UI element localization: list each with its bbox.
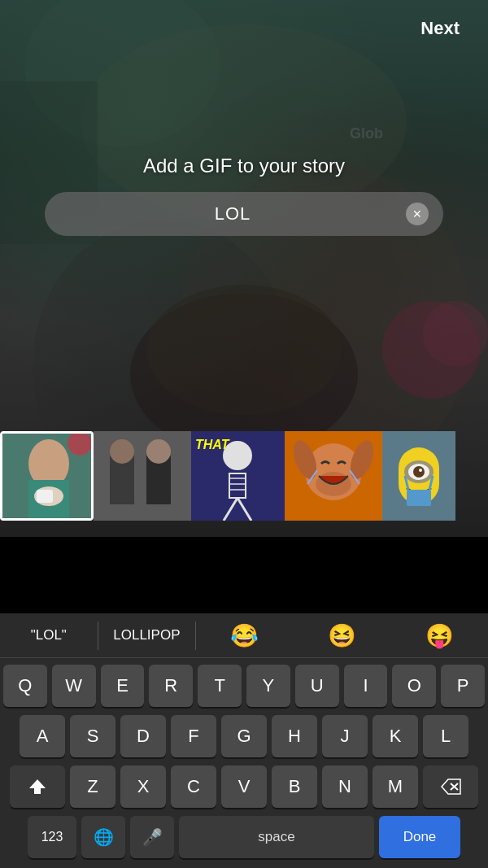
globe-icon: 🌐 <box>94 827 114 847</box>
key-r[interactable]: R <box>149 665 193 707</box>
key-a[interactable]: A <box>20 715 65 757</box>
gif-item-1[interactable] <box>0 431 94 521</box>
keyboard-area: "LOL" LOLLIPOP 😂 😆 😝 Q W E R T Y U I O P… <box>0 613 488 868</box>
key-g[interactable]: G <box>221 715 267 757</box>
svg-text:THAT: THAT <box>195 438 230 451</box>
key-b[interactable]: B <box>272 765 317 808</box>
gif-dialog-title: Add a GIF to your story <box>143 155 345 177</box>
key-z[interactable]: Z <box>70 765 115 808</box>
svg-marker-46 <box>29 779 46 794</box>
key-globe[interactable]: 🌐 <box>81 816 125 858</box>
suggestion-emoji-2[interactable]: 😆 <box>294 613 391 657</box>
key-q[interactable]: Q <box>3 665 47 707</box>
gif-thumb-3: THAT <box>191 431 285 521</box>
gif-item-3[interactable]: THAT <box>191 431 285 521</box>
key-p[interactable]: P <box>441 665 485 707</box>
key-h[interactable]: H <box>272 715 317 757</box>
svg-point-15 <box>68 431 91 456</box>
key-t[interactable]: T <box>198 665 242 707</box>
gif-thumb-4 <box>285 431 382 521</box>
svg-point-20 <box>146 439 171 464</box>
gif-search-bar[interactable]: LOL ✕ <box>45 192 443 236</box>
suggestion-lollipop-label: LOLLIPOP <box>113 627 180 643</box>
key-shift[interactable] <box>10 765 65 808</box>
gif-thumb-2 <box>94 431 191 521</box>
svg-point-18 <box>110 439 134 464</box>
key-done[interactable]: Done <box>379 816 460 858</box>
gif-search-value: LOL <box>59 203 406 225</box>
svg-point-41 <box>413 466 425 478</box>
suggestion-lol-label: "LOL" <box>31 627 67 643</box>
suggestion-lollipop[interactable]: LOLLIPOP <box>98 613 196 657</box>
key-d[interactable]: D <box>120 715 166 757</box>
key-e[interactable]: E <box>101 665 145 707</box>
key-x[interactable]: X <box>120 765 166 808</box>
key-i[interactable]: I <box>344 665 388 707</box>
key-o[interactable]: O <box>392 665 436 707</box>
suggestions-row: "LOL" LOLLIPOP 😂 😆 😝 <box>0 613 488 658</box>
key-y[interactable]: Y <box>246 665 290 707</box>
key-row-2: A S D F G H J K L <box>3 715 485 757</box>
gif-item-5[interactable] <box>382 431 455 521</box>
svg-rect-16 <box>94 431 191 521</box>
key-s[interactable]: S <box>70 715 115 757</box>
clear-search-button[interactable]: ✕ <box>406 203 429 225</box>
suggestion-emoji-1[interactable]: 😂 <box>196 613 294 657</box>
mic-icon: 🎤 <box>142 827 163 847</box>
key-row-bottom: 123 🌐 🎤 space Done <box>3 816 485 865</box>
key-row-3: Z X C V B N M <box>3 765 485 808</box>
key-n[interactable]: N <box>322 765 368 808</box>
key-c[interactable]: C <box>171 765 216 808</box>
suggestion-lol-quoted[interactable]: "LOL" <box>0 613 98 657</box>
key-numeric[interactable]: 123 <box>28 816 76 858</box>
svg-point-42 <box>419 469 422 472</box>
svg-rect-14 <box>37 490 53 503</box>
keys-area: Q W E R T Y U I O P A S D F G H J K L <box>0 658 488 868</box>
gif-dialog: Add a GIF to your story LOL ✕ <box>0 155 488 236</box>
gif-thumb-1 <box>2 434 91 518</box>
key-space[interactable]: space <box>179 816 374 858</box>
key-row-1: Q W E R T Y U I O P <box>3 665 485 707</box>
top-bar: Next <box>0 0 488 57</box>
key-w[interactable]: W <box>52 665 96 707</box>
key-l[interactable]: L <box>423 715 468 757</box>
key-f[interactable]: F <box>171 715 216 757</box>
key-microphone[interactable]: 🎤 <box>130 816 174 858</box>
key-j[interactable]: J <box>322 715 368 757</box>
gif-item-2[interactable] <box>94 431 191 521</box>
key-delete[interactable] <box>423 765 478 808</box>
key-u[interactable]: U <box>295 665 339 707</box>
suggestion-emoji-3[interactable]: 😝 <box>390 613 488 657</box>
svg-rect-43 <box>407 490 431 506</box>
gif-thumbnails-row: THAT <box>0 431 488 521</box>
gif-item-4[interactable] <box>285 431 382 521</box>
key-k[interactable]: K <box>373 715 418 757</box>
next-button[interactable]: Next <box>408 10 472 47</box>
key-v[interactable]: V <box>221 765 267 808</box>
gif-thumb-5 <box>382 431 455 521</box>
key-m[interactable]: M <box>373 765 418 808</box>
